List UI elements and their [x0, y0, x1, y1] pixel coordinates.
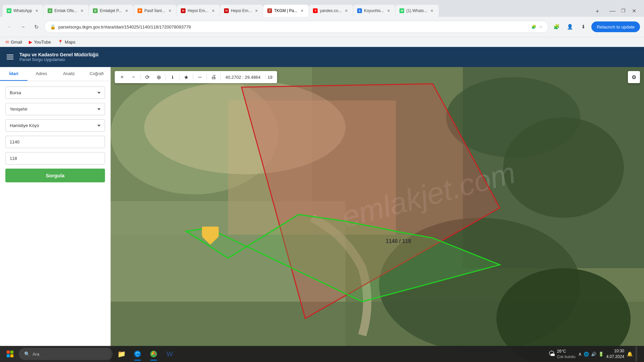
- query-button[interactable]: Sorgula: [5, 169, 105, 182]
- notification-area[interactable]: 🔔: [627, 351, 633, 357]
- print-button[interactable]: 🖨: [209, 72, 218, 82]
- taskbar-word[interactable]: W: [162, 347, 177, 361]
- volume-icon[interactable]: 🔊: [591, 352, 596, 357]
- close-window-button[interactable]: ✕: [629, 6, 639, 15]
- tab-yandex[interactable]: Yyandex.co...✕: [309, 5, 353, 17]
- plot-input[interactable]: [5, 152, 105, 165]
- zoom-out-button[interactable]: −: [129, 72, 138, 82]
- tab-label-yandex: yandex.co...: [320, 8, 341, 13]
- bookmark-youtube[interactable]: ▶ YouTube: [29, 40, 51, 45]
- center-map-button[interactable]: ⊕: [154, 72, 163, 82]
- profile-button[interactable]: 👤: [565, 21, 575, 32]
- relaunch-button[interactable]: Relaunch to update: [591, 21, 640, 32]
- reload-button[interactable]: ↻: [31, 21, 42, 32]
- battery-icon[interactable]: 🔋: [598, 352, 604, 357]
- svg-rect-18: [7, 351, 10, 354]
- minimize-button[interactable]: —: [608, 6, 617, 15]
- tab-idari[interactable]: İdari: [0, 67, 28, 81]
- address-bar-row: ← → ↻ 🔒 parselsorgu.tkgm.gov.tr/#ara/ida…: [0, 17, 644, 37]
- tab-emlak2[interactable]: EEmlakjet P...✕: [89, 5, 133, 17]
- tab-favicon-whatsapp2: W: [399, 8, 404, 13]
- measure-button[interactable]: ↔: [195, 72, 205, 82]
- hamburger-menu[interactable]: [5, 53, 15, 61]
- tab-label-emlak1: Emlak Ofis...: [54, 8, 77, 13]
- forward-button[interactable]: →: [17, 21, 28, 32]
- taskbar-search[interactable]: 🔍 Ara: [19, 348, 113, 360]
- header-titles: Tapu ve Kadastro Genel Müdürlüğü Parsel …: [19, 52, 98, 62]
- tab-whatsapp2[interactable]: W(1) Whats...✕: [395, 5, 438, 17]
- tab-bar: WWhatsApp✕SEmlak Ofis...✕EEmlakjet P...✕…: [0, 0, 644, 17]
- info-button[interactable]: ℹ: [168, 72, 177, 82]
- city-select[interactable]: Bursa: [5, 86, 105, 99]
- tab-label-whatsapp: WhatsApp: [13, 8, 32, 13]
- weather-icon: 🌤: [548, 350, 555, 358]
- toolbar-divider-2: [165, 74, 166, 80]
- download-button[interactable]: ⬇: [578, 21, 589, 32]
- taskbar-time: 10:30 4.07.2024: [606, 348, 624, 360]
- bookmark-gmail[interactable]: ✉ Gmail: [5, 40, 22, 45]
- tray-chevron[interactable]: ∧: [578, 351, 582, 357]
- show-desktop-button[interactable]: [635, 347, 637, 361]
- tab-pasif[interactable]: PPasif İlanl...✕: [133, 5, 176, 17]
- village-select[interactable]: Hamidiye Köyü: [5, 119, 105, 132]
- tab-adres[interactable]: Adres: [28, 67, 55, 81]
- tab-close-whatsapp[interactable]: ✕: [34, 8, 39, 13]
- map-toolbar: + − ⟳ ⊕ ℹ ★ ↔ 🖨 40.2702 : 29.4864 19: [115, 71, 277, 83]
- tab-close-hepsi1[interactable]: ✕: [210, 8, 216, 13]
- tab-whatsapp[interactable]: WWhatsApp✕: [3, 5, 43, 17]
- sidebar: İdari Adres Analiz Coğrafi Bursa Yenişeh…: [0, 67, 111, 362]
- bookmark-maps[interactable]: 📍 Maps: [58, 40, 75, 45]
- maximize-button[interactable]: ❐: [619, 6, 628, 15]
- favorite-button[interactable]: ★: [181, 72, 191, 82]
- extensions-button[interactable]: 🧩: [551, 21, 562, 32]
- address-bar[interactable]: 🔒 parselsorgu.tkgm.gov.tr/#ara/idari/154…: [44, 21, 548, 33]
- new-tab-button[interactable]: +: [593, 7, 602, 16]
- network-icon[interactable]: 🌐: [584, 352, 589, 357]
- back-button[interactable]: ←: [4, 21, 15, 32]
- tab-favicon-tkgm: T: [267, 8, 272, 13]
- app-body: İdari Adres Analiz Coğrafi Bursa Yenişeh…: [0, 67, 644, 362]
- taskbar: 🔍 Ara 📁 W: [0, 346, 644, 362]
- tab-close-emlak1[interactable]: ✕: [79, 8, 85, 13]
- tab-close-koyun[interactable]: ✕: [386, 8, 391, 13]
- tab-close-tkgm[interactable]: ✕: [299, 8, 305, 13]
- refresh-map-button[interactable]: ⟳: [143, 72, 152, 82]
- tab-label-emlak2: Emlakjet P...: [100, 8, 122, 13]
- tab-tkgm[interactable]: TTKGM | Pa...✕: [263, 5, 309, 17]
- tab-analiz[interactable]: Analiz: [55, 67, 83, 81]
- notification-icon: 🔔: [627, 351, 633, 357]
- sidebar-tabs: İdari Adres Analiz Coğrafi: [0, 67, 110, 81]
- district-select[interactable]: Yenişehir: [5, 103, 105, 115]
- map-settings-button[interactable]: ⚙: [628, 71, 640, 83]
- tab-label-hepsi2: Hepsi Em...: [231, 8, 252, 13]
- tab-emlak1[interactable]: SEmlak Ofis...✕: [44, 5, 89, 17]
- zoom-level: 19: [265, 75, 274, 80]
- tab-favicon-koyun: S: [357, 8, 362, 13]
- taskbar-chrome[interactable]: [146, 347, 161, 361]
- start-button[interactable]: [3, 347, 17, 361]
- tab-hepsi2[interactable]: HHepsi Em...✕: [220, 5, 263, 17]
- tab-favicon-whatsapp: W: [7, 8, 11, 13]
- map-area[interactable]: emlakjet.com 1140 / 118 + − ⟳ ⊕: [111, 67, 644, 362]
- tab-favicon-emlak2: E: [93, 8, 98, 13]
- taskbar-file-explorer[interactable]: 📁: [114, 347, 129, 361]
- tab-close-emlak2[interactable]: ✕: [124, 8, 129, 13]
- taskbar-edge[interactable]: [130, 347, 145, 361]
- search-placeholder: Ara: [33, 352, 39, 357]
- weather-widget[interactable]: 🌤 26°C Çok bulutlu: [548, 349, 576, 359]
- tab-label-hepsi1: Hepsi Em...: [187, 8, 208, 13]
- tab-close-whatsapp2[interactable]: ✕: [429, 8, 435, 13]
- tab-koyun[interactable]: SKoyunhis...✕: [353, 5, 395, 17]
- tab-label-tkgm: TKGM | Pa...: [274, 8, 297, 13]
- bookmark-page-icon[interactable]: ☆: [539, 24, 543, 29]
- tab-close-yandex[interactable]: ✕: [343, 8, 349, 13]
- toolbar-divider-4: [193, 74, 193, 80]
- parcel-input[interactable]: [5, 136, 105, 148]
- tab-cografi[interactable]: Coğrafi: [83, 67, 110, 81]
- tab-hepsi1[interactable]: HHepsi Em...✕: [177, 5, 220, 17]
- app-title: Tapu ve Kadastro Genel Müdürlüğü: [19, 52, 98, 57]
- tab-close-hepsi2[interactable]: ✕: [254, 8, 259, 13]
- tab-close-pasif[interactable]: ✕: [167, 8, 172, 13]
- zoom-in-button[interactable]: +: [117, 72, 127, 82]
- app-header: Tapu ve Kadastro Genel Müdürlüğü Parsel …: [0, 47, 644, 67]
